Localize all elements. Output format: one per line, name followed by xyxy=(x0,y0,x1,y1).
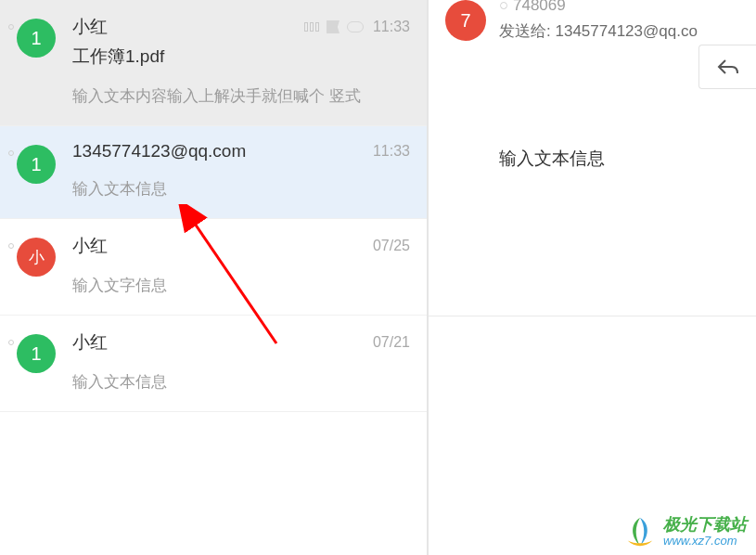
mail-time: 11:33 xyxy=(373,19,410,35)
detail-send-to: 发送给: 1345774123@qq.co xyxy=(499,20,698,42)
avatar: 1 xyxy=(17,145,56,184)
watermark-logo-icon xyxy=(622,514,658,549)
sender-name: 小红 xyxy=(72,15,108,39)
mail-item[interactable]: 1小红11:33工作簿1.pdf输入文本内容输入上解决手就但喊个 竖式 xyxy=(0,0,427,126)
mail-body: 小红11:33工作簿1.pdf输入文本内容输入上解决手就但喊个 竖式 xyxy=(72,15,410,107)
mail-time: 07/25 xyxy=(373,238,410,254)
avatar: 1 xyxy=(17,19,56,58)
sender-name: 小红 xyxy=(72,330,108,355)
divider xyxy=(429,316,756,316)
mail-preview: 输入文本信息 xyxy=(72,371,410,393)
reply-button[interactable] xyxy=(698,45,756,89)
mail-item[interactable]: 11345774123@qq.com11:33输入文本信息 xyxy=(0,126,427,219)
columns-icon xyxy=(304,22,319,32)
flag-icon[interactable] xyxy=(327,20,340,33)
mail-icons xyxy=(304,20,364,33)
tag-icon[interactable] xyxy=(347,21,364,32)
detail-avatar: 7 xyxy=(445,0,486,41)
mail-time: 07/21 xyxy=(373,334,410,351)
mail-body: 小红07/25输入文字信息 xyxy=(72,234,410,296)
mail-preview: 输入文本内容输入上解决手就但喊个 竖式 xyxy=(72,85,410,107)
mail-body: 1345774123@qq.com11:33输入文本信息 xyxy=(72,141,410,200)
mail-time: 11:33 xyxy=(373,143,410,160)
mail-detail-pane: 7 ○ 748069 发送给: 1345774123@qq.co 输入文本信息 xyxy=(429,0,756,555)
avatar: 1 xyxy=(17,334,56,373)
mail-preview: 输入文本信息 xyxy=(72,178,410,200)
avatar: 小 xyxy=(17,238,56,277)
mail-content: 输入文本信息 xyxy=(499,147,605,171)
unread-dot xyxy=(8,340,14,345)
reply-icon xyxy=(716,57,740,77)
mail-item[interactable]: 1小红07/21输入文本信息 xyxy=(0,316,427,412)
unread-dot xyxy=(8,150,14,156)
sender-name: 小红 xyxy=(72,234,108,258)
unread-dot xyxy=(8,243,14,249)
sender-name: 1345774123@qq.com xyxy=(72,141,246,161)
unread-dot xyxy=(8,24,14,30)
mail-preview: 输入文字信息 xyxy=(72,275,410,296)
detail-header-partial: ○ 748069 xyxy=(499,0,566,15)
mail-item[interactable]: 小小红07/25输入文字信息 xyxy=(0,219,427,316)
mail-list: 1小红11:33工作簿1.pdf输入文本内容输入上解决手就但喊个 竖式11345… xyxy=(0,0,429,555)
watermark: 极光下载站 www.xz7.com xyxy=(622,514,747,549)
mail-body: 小红07/21输入文本信息 xyxy=(72,330,410,393)
attachment-name: 工作簿1.pdf xyxy=(72,45,410,69)
watermark-url: www.xz7.com xyxy=(663,535,747,548)
watermark-title: 极光下载站 xyxy=(663,516,747,535)
